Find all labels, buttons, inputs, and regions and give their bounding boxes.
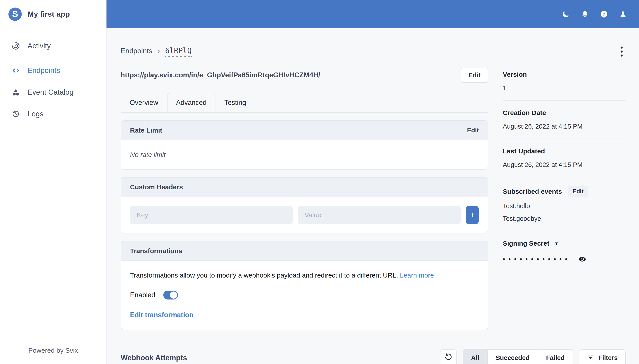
rate-limit-title: Rate Limit <box>130 126 162 134</box>
kebab-menu-icon[interactable] <box>617 44 626 59</box>
activity-icon <box>11 41 21 50</box>
custom-headers-title: Custom Headers <box>130 183 183 191</box>
webhook-attempts-row: Webhook Attempts All Succeeded Failed <box>121 349 626 364</box>
plus-icon: + <box>470 210 475 220</box>
svix-logo[interactable]: S <box>9 8 22 21</box>
divider <box>503 100 626 101</box>
creation-date-label: Creation Date <box>503 109 626 116</box>
last-updated-label: Last Updated <box>503 148 626 155</box>
signing-secret-row: Signing Secret ▾ <box>503 240 626 247</box>
signing-secret-value-row: •••••••••••• <box>503 255 626 264</box>
sidebar: S My first app Activity Endpoints <box>0 0 107 364</box>
sidebar-nav: Activity Endpoints Event Catalog <box>0 28 106 125</box>
custom-headers-header: Custom Headers <box>121 178 488 197</box>
transformations-title: Transformations <box>130 247 182 255</box>
filter-icon <box>587 354 594 362</box>
custom-headers-form: + <box>130 206 479 224</box>
subscribed-event: Test.goodbye <box>503 215 626 222</box>
filter-all-button[interactable]: All <box>463 350 487 364</box>
powered-by-svix[interactable]: Powered by Svix <box>0 347 106 354</box>
rate-limit-empty-text: No rate limit <box>130 151 166 158</box>
filter-succeeded-button[interactable]: Succeeded <box>487 350 538 364</box>
attempts-controls: All Succeeded Failed Filters <box>440 349 626 364</box>
filter-failed-button[interactable]: Failed <box>538 350 573 364</box>
edit-url-button[interactable]: Edit <box>461 68 488 83</box>
sidebar-item-logs[interactable]: Logs <box>0 103 106 125</box>
refresh-icon <box>444 353 452 363</box>
subscribed-events-label: Subscribed events <box>503 188 562 195</box>
toggle-knob <box>170 292 177 298</box>
enabled-row: Enabled <box>130 290 479 300</box>
subscribed-event: Test.hello <box>503 202 626 210</box>
breadcrumb-row: Endpoints › 6lRPlQ <box>121 44 626 59</box>
breadcrumb-separator: › <box>158 47 160 55</box>
filters-button-label: Filters <box>598 354 618 362</box>
logs-icon <box>11 109 21 118</box>
endpoint-url: https://play.svix.com/in/e_GbpVeifPa65im… <box>121 71 320 79</box>
edit-transformation-link[interactable]: Edit transformation <box>130 311 479 319</box>
transformations-description: Transformations allow you to modify a we… <box>130 271 479 280</box>
main-content: Endpoints › 6lRPlQ https://play.svix.com… <box>107 28 639 364</box>
app-title: My first app <box>28 10 70 18</box>
rate-limit-header: Rate Limit Edit <box>121 121 488 140</box>
header-key-input[interactable] <box>130 206 293 224</box>
tab-advanced[interactable]: Advanced <box>167 93 215 112</box>
header-value-input[interactable] <box>298 206 461 224</box>
custom-headers-body: + <box>121 197 488 233</box>
sidebar-item-endpoints[interactable]: Endpoints <box>0 60 106 81</box>
svix-logo-letter: S <box>12 9 18 19</box>
divider <box>503 177 626 177</box>
transformations-enabled-toggle[interactable] <box>163 290 178 300</box>
transformations-card: Transformations Transformations allow yo… <box>121 241 488 330</box>
version-value: 1 <box>503 84 626 92</box>
svg-text:?: ? <box>603 12 605 17</box>
endpoint-details-panel: Version 1 Creation Date August 26, 2022 … <box>503 68 626 330</box>
tab-overview[interactable]: Overview <box>121 93 167 112</box>
filters-button[interactable]: Filters <box>579 349 626 364</box>
reveal-secret-eye-icon[interactable] <box>578 255 587 264</box>
transformations-description-text: Transformations allow you to modify a we… <box>130 272 398 279</box>
rate-limit-body: No rate limit <box>121 140 488 169</box>
event-catalog-icon <box>11 88 21 97</box>
endpoint-url-row: https://play.svix.com/in/e_GbpVeifPa65im… <box>121 68 488 83</box>
transformations-body: Transformations allow you to modify a we… <box>121 261 488 330</box>
tabs: Overview Advanced Testing <box>121 93 488 113</box>
sidebar-item-event-catalog[interactable]: Event Catalog <box>0 81 106 103</box>
breadcrumb-endpoint-id[interactable]: 6lRPlQ <box>165 46 191 57</box>
breadcrumb-endpoints-link[interactable]: Endpoints <box>121 47 152 55</box>
sidebar-item-label: Logs <box>28 110 44 118</box>
help-icon[interactable]: ? <box>600 10 608 18</box>
tab-testing[interactable]: Testing <box>215 93 255 112</box>
endpoint-panel: https://play.svix.com/in/e_GbpVeifPa65im… <box>121 68 488 330</box>
rate-limit-card: Rate Limit Edit No rate limit <box>121 120 488 170</box>
sidebar-item-label: Endpoints <box>28 66 60 75</box>
divider <box>503 231 626 231</box>
topbar: ? <box>107 0 639 28</box>
last-updated-value: August 26, 2022 at 4:15 PM <box>503 161 626 168</box>
attempts-filter-segmented: All Succeeded Failed <box>463 349 573 364</box>
notifications-bell-icon[interactable] <box>581 10 589 18</box>
user-icon[interactable] <box>619 10 627 18</box>
breadcrumb: Endpoints › 6lRPlQ <box>121 46 192 57</box>
sidebar-item-label: Event Catalog <box>28 88 74 96</box>
content-row: https://play.svix.com/in/e_GbpVeifPa65im… <box>121 68 626 330</box>
refresh-button[interactable] <box>440 349 457 364</box>
learn-more-link[interactable]: Learn more <box>400 272 434 279</box>
creation-date-value: August 26, 2022 at 4:15 PM <box>503 123 626 130</box>
chevron-down-icon[interactable]: ▾ <box>555 240 558 246</box>
webhook-attempts-title: Webhook Attempts <box>121 354 187 362</box>
dark-mode-moon-icon[interactable] <box>562 10 570 18</box>
sidebar-item-activity[interactable]: Activity <box>0 35 106 57</box>
rate-limit-edit-button[interactable]: Edit <box>467 127 479 134</box>
endpoints-icon <box>11 66 21 75</box>
signing-secret-label: Signing Secret <box>503 240 549 247</box>
transformations-header: Transformations <box>121 242 488 261</box>
subscribed-events-row: Subscribed events Edit <box>503 186 626 197</box>
enabled-label: Enabled <box>130 291 155 299</box>
divider <box>0 58 106 58</box>
version-label: Version <box>503 71 626 78</box>
app-header: S My first app <box>0 0 106 28</box>
add-header-button[interactable]: + <box>466 206 479 224</box>
subscribed-events-edit-button[interactable]: Edit <box>568 186 588 197</box>
sidebar-item-label: Activity <box>28 42 51 50</box>
